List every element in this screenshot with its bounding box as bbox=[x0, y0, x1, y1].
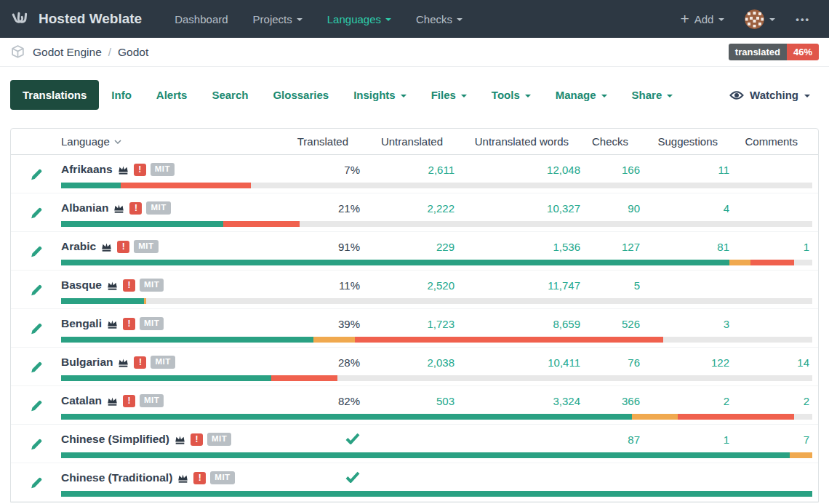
comments-count-link[interactable]: 1 bbox=[804, 241, 809, 253]
nav-item-checks[interactable]: Checks bbox=[416, 13, 462, 25]
add-menu-button[interactable]: + Add bbox=[680, 12, 724, 26]
license-badge[interactable]: MIT bbox=[140, 279, 164, 292]
breadcrumb-project-link[interactable]: Godot Engine bbox=[33, 46, 102, 59]
alert-badge[interactable]: ! bbox=[191, 433, 203, 446]
language-link[interactable]: Albanian bbox=[61, 201, 108, 215]
nav-item-languages[interactable]: Languages bbox=[327, 13, 391, 25]
checks-count-link[interactable]: 127 bbox=[622, 241, 640, 253]
edit-pencil-icon[interactable] bbox=[30, 245, 43, 258]
checks-count-link[interactable]: 5 bbox=[634, 279, 640, 292]
license-badge[interactable]: MIT bbox=[140, 394, 164, 407]
edit-pencil-icon[interactable] bbox=[30, 361, 43, 374]
sort-by-language-header[interactable]: Language bbox=[61, 135, 121, 148]
tab-files[interactable]: Files bbox=[419, 80, 479, 110]
edit-pencil-icon[interactable] bbox=[30, 168, 43, 181]
license-badge[interactable]: MIT bbox=[151, 356, 175, 369]
translation-progress-bar[interactable] bbox=[61, 414, 812, 420]
overflow-menu-button[interactable]: ••• bbox=[796, 14, 810, 25]
edit-pencil-icon[interactable] bbox=[30, 438, 43, 451]
checks-count-link[interactable]: 526 bbox=[622, 318, 640, 330]
untranslated-words-link[interactable]: 3,324 bbox=[553, 395, 580, 407]
untranslated-words-link[interactable]: 1,536 bbox=[553, 241, 580, 253]
alert-badge[interactable]: ! bbox=[123, 318, 135, 330]
suggestions-count-link[interactable]: 11 bbox=[718, 164, 729, 176]
edit-pencil-icon[interactable] bbox=[30, 399, 43, 412]
untranslated-count-link[interactable]: 1,723 bbox=[427, 318, 454, 330]
weblate-logo-icon[interactable] bbox=[9, 8, 31, 31]
license-badge[interactable]: MIT bbox=[151, 163, 175, 176]
language-link[interactable]: Afrikaans bbox=[61, 163, 113, 176]
translation-progress-bar[interactable] bbox=[61, 183, 812, 188]
suggestions-count-link[interactable]: 81 bbox=[717, 241, 729, 253]
comments-count-link[interactable]: 2 bbox=[804, 395, 809, 407]
comments-count-link[interactable]: 14 bbox=[797, 356, 809, 369]
suggestions-count-link[interactable]: 122 bbox=[711, 356, 729, 369]
language-link[interactable]: Catalan bbox=[61, 394, 102, 407]
alert-badge[interactable]: ! bbox=[134, 356, 146, 369]
checks-count-link[interactable]: 87 bbox=[628, 433, 640, 446]
checks-count-link[interactable]: 90 bbox=[628, 202, 640, 215]
brand-title[interactable]: Hosted Weblate bbox=[39, 11, 142, 27]
untranslated-words-link[interactable]: 10,411 bbox=[548, 356, 580, 369]
alert-badge[interactable]: ! bbox=[193, 472, 206, 484]
alert-badge[interactable]: ! bbox=[134, 164, 146, 176]
language-link[interactable]: Arabic bbox=[61, 240, 96, 253]
translation-progress-bar[interactable] bbox=[61, 375, 812, 381]
untranslated-count-link[interactable]: 2,520 bbox=[427, 279, 454, 292]
translation-progress-bar[interactable] bbox=[61, 221, 812, 227]
edit-pencil-icon[interactable] bbox=[30, 322, 43, 335]
license-badge[interactable]: MIT bbox=[146, 201, 170, 215]
tab-translations[interactable]: Translations bbox=[10, 80, 99, 110]
translation-progress-bar[interactable] bbox=[61, 260, 812, 265]
language-link[interactable]: Chinese (Traditional) bbox=[61, 471, 172, 484]
alert-badge[interactable]: ! bbox=[117, 241, 129, 253]
edit-pencil-icon[interactable] bbox=[30, 284, 43, 297]
translation-progress-bar[interactable] bbox=[61, 452, 812, 458]
license-badge[interactable]: MIT bbox=[207, 433, 231, 446]
tab-manage[interactable]: Manage bbox=[543, 80, 620, 110]
tab-info[interactable]: Info bbox=[99, 80, 144, 110]
alert-badge[interactable]: ! bbox=[129, 202, 142, 215]
nav-item-dashboard[interactable]: Dashboard bbox=[175, 13, 228, 25]
nav-item-projects[interactable]: Projects bbox=[253, 13, 303, 25]
comments-count-link[interactable]: 7 bbox=[804, 433, 809, 446]
edit-pencil-icon[interactable] bbox=[30, 476, 43, 489]
untranslated-count-link[interactable]: 503 bbox=[436, 395, 454, 407]
language-link[interactable]: Chinese (Simplified) bbox=[61, 433, 169, 446]
tab-search[interactable]: Search bbox=[199, 80, 260, 110]
suggestions-count-link[interactable]: 3 bbox=[724, 318, 729, 330]
license-badge[interactable]: MIT bbox=[134, 240, 158, 253]
untranslated-count-link[interactable]: 2,222 bbox=[427, 202, 454, 215]
language-link[interactable]: Bulgarian bbox=[61, 356, 113, 369]
license-badge[interactable]: MIT bbox=[140, 317, 164, 330]
translation-progress-bar[interactable] bbox=[61, 298, 812, 304]
suggestions-count-link[interactable]: 4 bbox=[724, 202, 729, 215]
alert-badge[interactable]: ! bbox=[123, 279, 135, 292]
checks-count-link[interactable]: 76 bbox=[628, 356, 640, 369]
checks-count-link[interactable]: 366 bbox=[622, 395, 640, 407]
alert-badge[interactable]: ! bbox=[123, 395, 135, 407]
license-badge[interactable]: MIT bbox=[210, 471, 234, 484]
tab-share[interactable]: Share bbox=[620, 80, 686, 110]
untranslated-words-link[interactable]: 8,659 bbox=[553, 318, 580, 330]
edit-pencil-icon[interactable] bbox=[30, 207, 43, 220]
breadcrumb-component-link[interactable]: Godot bbox=[118, 46, 148, 59]
suggestions-count-link[interactable]: 1 bbox=[724, 433, 729, 446]
translation-progress-bar[interactable] bbox=[61, 491, 812, 497]
untranslated-words-link[interactable]: 12,048 bbox=[547, 164, 580, 176]
checks-count-link[interactable]: 166 bbox=[622, 164, 640, 176]
watching-menu-button[interactable]: Watching bbox=[729, 89, 810, 101]
untranslated-words-link[interactable]: 10,327 bbox=[547, 202, 580, 215]
tab-tools[interactable]: Tools bbox=[479, 80, 543, 110]
tab-alerts[interactable]: Alerts bbox=[144, 80, 200, 110]
language-link[interactable]: Basque bbox=[61, 279, 102, 292]
tab-insights[interactable]: Insights bbox=[341, 80, 419, 110]
untranslated-count-link[interactable]: 2,038 bbox=[427, 356, 454, 369]
untranslated-count-link[interactable]: 2,611 bbox=[428, 164, 454, 176]
suggestions-count-link[interactable]: 2 bbox=[724, 395, 729, 407]
untranslated-count-link[interactable]: 229 bbox=[436, 241, 454, 253]
untranslated-words-link[interactable]: 11,747 bbox=[548, 279, 580, 292]
user-menu-button[interactable] bbox=[745, 9, 775, 29]
tab-glossaries[interactable]: Glossaries bbox=[260, 80, 341, 110]
language-link[interactable]: Bengali bbox=[61, 317, 102, 330]
